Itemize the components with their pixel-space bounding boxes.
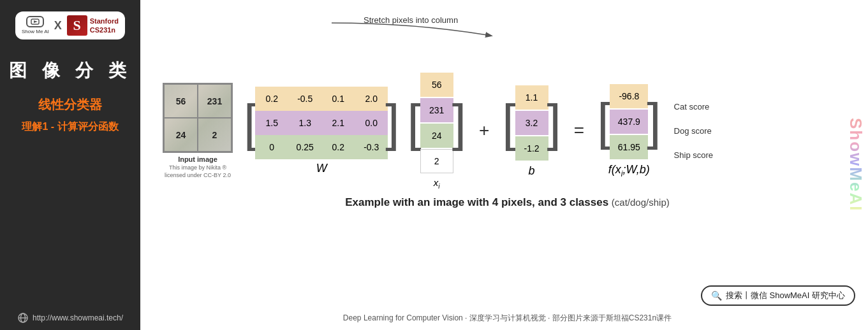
subtitle2: 理解1 - 计算评分函数 bbox=[22, 120, 118, 134]
w-20: 0 bbox=[255, 135, 288, 159]
input-image-grid: 56 231 24 2 bbox=[163, 83, 233, 153]
result-vector: -96.8 437.9 61.95 bbox=[608, 83, 649, 161]
footer-text: Deep Learning for Computer Vision · 深度学习… bbox=[159, 313, 855, 324]
xi-3: 2 bbox=[420, 149, 453, 173]
w-23: -0.3 bbox=[355, 135, 388, 159]
example-main: Example with an image with 4 pixels, and… bbox=[345, 196, 612, 208]
res-2: 61.95 bbox=[610, 135, 648, 159]
w-00: 0.2 bbox=[255, 87, 288, 111]
f-label: f(xi;W,b) bbox=[608, 163, 650, 178]
xi-container: [ 56 231 24 2 ] xi bbox=[407, 71, 466, 190]
xi-1: 231 bbox=[420, 98, 453, 122]
b-1: 3.2 bbox=[515, 111, 548, 135]
main-title: 图 像 分 类 bbox=[9, 59, 131, 83]
result-bracket: [ -96.8 437.9 61.95 ] bbox=[597, 83, 661, 161]
plus-sign: + bbox=[479, 120, 489, 141]
xi-bracket-right: ] bbox=[452, 97, 466, 148]
website-link[interactable]: http://www.showmeai.tech/ bbox=[17, 312, 123, 324]
img-cell-tr: 231 bbox=[198, 84, 232, 118]
logo-x-separator: X bbox=[54, 19, 62, 32]
b-0: 1.1 bbox=[515, 85, 548, 110]
website-url: http://www.showmeai.tech/ bbox=[33, 313, 123, 322]
search-bar[interactable]: 🔍 搜索丨微信 ShowMeAI 研究中心 bbox=[701, 285, 855, 306]
w-01: -0.5 bbox=[288, 87, 321, 111]
result-container: [ -96.8 437.9 61.95 ] f(xi;W,b) bbox=[597, 83, 661, 178]
stretch-label-area: Stretch pixels into column bbox=[159, 6, 855, 39]
b-bracket-right: ] bbox=[547, 97, 561, 148]
xi-0: 56 bbox=[420, 73, 453, 97]
b-bracket: [ 1.1 3.2 -1.2 ] bbox=[502, 84, 561, 162]
xi-bracket: [ 56 231 24 2 ] bbox=[407, 71, 466, 175]
showmeai-label: Show Me AI bbox=[22, 29, 49, 35]
w-label: W bbox=[316, 162, 327, 175]
w-row-1: 0.2 -0.5 0.1 2.0 bbox=[255, 87, 388, 111]
xi-label: xi bbox=[434, 177, 440, 190]
b-vector: 1.1 3.2 -1.2 bbox=[514, 84, 550, 162]
watermark-text: ShowMeAI bbox=[846, 118, 865, 212]
w-03: 2.0 bbox=[355, 87, 388, 111]
stanford-logo: S StanfordCS231n bbox=[67, 15, 119, 36]
cat-score-label: Cat score bbox=[674, 94, 713, 118]
stanford-label: StanfordCS231n bbox=[90, 17, 119, 35]
image-caption: Input image This image by Nikita ®licens… bbox=[159, 155, 236, 178]
sidebar: Show Me AI X S StanfordCS231n 图 像 分 类 线性… bbox=[0, 0, 140, 330]
dog-score-label: Dog score bbox=[674, 118, 713, 143]
w-11: 1.3 bbox=[288, 111, 321, 135]
b-2: -1.2 bbox=[515, 136, 548, 161]
svg-marker-1 bbox=[34, 20, 38, 23]
w-bracket-right: ] bbox=[385, 97, 399, 148]
res-0: -96.8 bbox=[610, 84, 648, 108]
w-row-3: 0 0.25 0.2 -0.3 bbox=[255, 135, 388, 159]
img-cell-tl: 56 bbox=[164, 84, 198, 118]
b-container: [ 1.1 3.2 -1.2 ] b bbox=[502, 84, 561, 178]
w-matrix-container: [ 0.2 -0.5 0.1 2.0 1.5 1.3 2.1 0.0 bbox=[244, 87, 399, 175]
input-image-box: 56 231 24 2 Input image This image by Ni… bbox=[159, 83, 236, 178]
watermark-area: ShowMeAI bbox=[842, 0, 868, 330]
img-cell-br: 2 bbox=[198, 118, 232, 152]
xi-vector: 56 231 24 2 bbox=[419, 71, 455, 175]
main-content: Stretch pixels into column 56 231 24 2 I… bbox=[140, 0, 868, 330]
res-1: 437.9 bbox=[610, 110, 648, 134]
w-10: 1.5 bbox=[255, 111, 288, 135]
equals-sign: = bbox=[574, 120, 584, 141]
b-label: b bbox=[529, 164, 535, 178]
search-icon: 🔍 bbox=[711, 291, 722, 301]
img-cell-bl: 24 bbox=[164, 118, 198, 152]
w-22: 0.2 bbox=[321, 135, 355, 159]
w-21: 0.25 bbox=[288, 135, 321, 159]
w-02: 0.1 bbox=[321, 87, 355, 111]
w-matrix: 0.2 -0.5 0.1 2.0 1.5 1.3 2.1 0.0 0 0.25 bbox=[255, 87, 388, 159]
logo-area: Show Me AI X S StanfordCS231n bbox=[15, 11, 125, 39]
w-13: 0.0 bbox=[355, 111, 388, 135]
example-suffix: (cat/dog/ship) bbox=[612, 197, 670, 208]
stretch-arrow bbox=[287, 17, 542, 42]
matrix-area: 56 231 24 2 Input image This image by Ni… bbox=[159, 71, 855, 190]
w-row-2: 1.5 1.3 2.1 0.0 bbox=[255, 111, 388, 135]
example-text: Example with an image with 4 pixels, and… bbox=[159, 196, 855, 209]
w-12: 2.1 bbox=[321, 111, 355, 135]
xi-2: 24 bbox=[420, 124, 453, 148]
subtitle: 线性分类器 bbox=[38, 96, 102, 113]
ship-score-label: Ship score bbox=[674, 143, 713, 167]
search-label: 搜索丨微信 ShowMeAI 研究中心 bbox=[726, 290, 845, 301]
score-labels: Cat score Dog score Ship score bbox=[674, 94, 713, 167]
w-matrix-bracket: [ 0.2 -0.5 0.1 2.0 1.5 1.3 2.1 0.0 bbox=[244, 87, 399, 159]
showmeai-logo: Show Me AI bbox=[22, 16, 49, 35]
result-bracket-right: ] bbox=[647, 96, 661, 147]
